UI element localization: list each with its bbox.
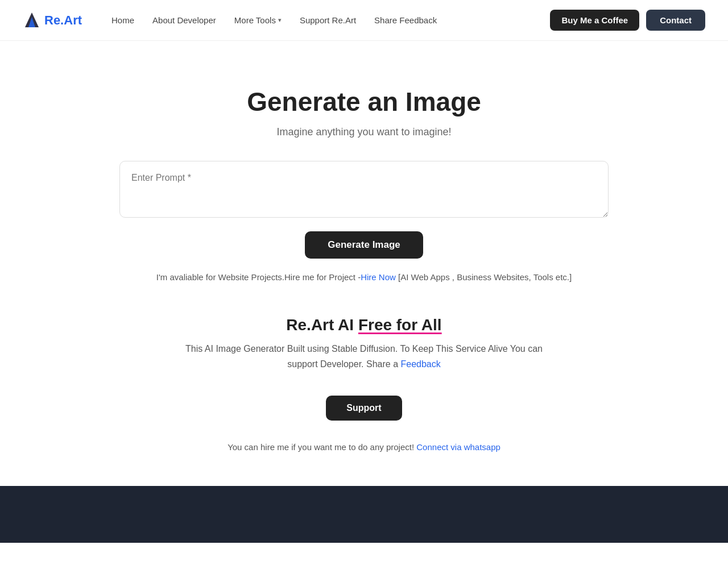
section-title: Re.Art AI Free for All (119, 316, 609, 334)
generate-button[interactable]: Generate Image (305, 231, 423, 259)
navbar: Re.Art Home About Developer More Tools ▾… (0, 0, 728, 41)
nav-links: Home About Developer More Tools ▾ Suppor… (105, 11, 550, 30)
section-desc: This AI Image Generator Built using Stab… (171, 341, 557, 372)
nav-link-home[interactable]: Home (105, 11, 141, 30)
nav-actions: Buy Me a Coffee Contact (550, 10, 705, 31)
logo-link[interactable]: Re.Art (23, 11, 82, 30)
nav-link-feedback[interactable]: Share Feedback (367, 11, 444, 30)
hire-text: I'm avaliable for Website Projects.Hire … (119, 272, 609, 282)
page-title: Generate an Image (119, 86, 609, 117)
feedback-link[interactable]: Feedback (400, 359, 440, 369)
nav-item-support[interactable]: Support Re.Art (293, 11, 363, 30)
footer (0, 486, 728, 543)
contact-button[interactable]: Contact (646, 10, 705, 31)
logo-text: Re.Art (44, 13, 82, 28)
whatsapp-link[interactable]: Connect via whatsapp (416, 442, 500, 452)
nav-link-more-tools[interactable]: More Tools ▾ (228, 11, 288, 30)
whatsapp-text: You can hire me if you want me to do any… (119, 442, 609, 452)
nav-item-about[interactable]: About Developer (146, 11, 223, 30)
nav-item-more-tools[interactable]: More Tools ▾ (228, 11, 288, 30)
logo-icon (23, 11, 41, 30)
prompt-input[interactable] (119, 161, 609, 218)
nav-link-support[interactable]: Support Re.Art (293, 11, 363, 30)
page-subtitle: Imagine anything you want to imagine! (119, 126, 609, 138)
nav-item-feedback[interactable]: Share Feedback (367, 11, 444, 30)
main-content: Generate an Image Imagine anything you w… (108, 41, 620, 486)
support-button[interactable]: Support (326, 396, 402, 421)
nav-item-home[interactable]: Home (105, 11, 141, 30)
hire-now-link[interactable]: Hire Now (361, 272, 396, 282)
buy-coffee-button[interactable]: Buy Me a Coffee (550, 10, 639, 31)
nav-link-about[interactable]: About Developer (146, 11, 223, 30)
chevron-down-icon: ▾ (278, 16, 282, 24)
